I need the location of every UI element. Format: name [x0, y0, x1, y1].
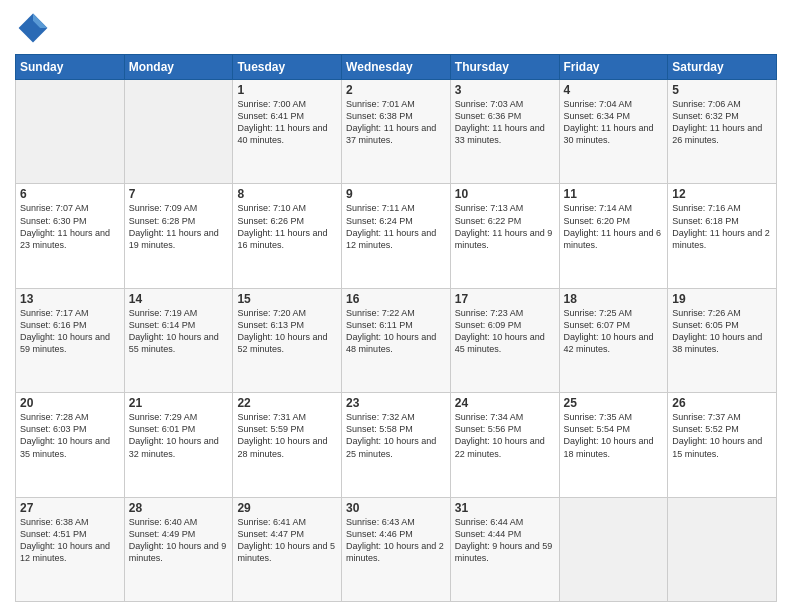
day-of-week-header: Monday — [124, 55, 233, 80]
cell-content: Sunrise: 7:23 AMSunset: 6:09 PMDaylight:… — [455, 307, 555, 356]
day-of-week-header: Tuesday — [233, 55, 342, 80]
cell-content: Sunrise: 7:35 AMSunset: 5:54 PMDaylight:… — [564, 411, 664, 460]
calendar-cell: 10Sunrise: 7:13 AMSunset: 6:22 PMDayligh… — [450, 184, 559, 288]
day-number: 28 — [129, 501, 229, 515]
calendar-cell: 18Sunrise: 7:25 AMSunset: 6:07 PMDayligh… — [559, 288, 668, 392]
cell-content: Sunrise: 7:00 AMSunset: 6:41 PMDaylight:… — [237, 98, 337, 147]
calendar-cell — [668, 497, 777, 601]
day-number: 13 — [20, 292, 120, 306]
day-of-week-header: Wednesday — [342, 55, 451, 80]
header — [15, 10, 777, 46]
calendar-cell: 21Sunrise: 7:29 AMSunset: 6:01 PMDayligh… — [124, 393, 233, 497]
day-number: 4 — [564, 83, 664, 97]
day-number: 10 — [455, 187, 555, 201]
cell-content: Sunrise: 7:31 AMSunset: 5:59 PMDaylight:… — [237, 411, 337, 460]
calendar-cell: 14Sunrise: 7:19 AMSunset: 6:14 PMDayligh… — [124, 288, 233, 392]
cell-content: Sunrise: 7:01 AMSunset: 6:38 PMDaylight:… — [346, 98, 446, 147]
calendar-cell: 30Sunrise: 6:43 AMSunset: 4:46 PMDayligh… — [342, 497, 451, 601]
day-number: 24 — [455, 396, 555, 410]
calendar-cell: 8Sunrise: 7:10 AMSunset: 6:26 PMDaylight… — [233, 184, 342, 288]
day-number: 22 — [237, 396, 337, 410]
cell-content: Sunrise: 7:16 AMSunset: 6:18 PMDaylight:… — [672, 202, 772, 251]
cell-content: Sunrise: 7:10 AMSunset: 6:26 PMDaylight:… — [237, 202, 337, 251]
cell-content: Sunrise: 7:04 AMSunset: 6:34 PMDaylight:… — [564, 98, 664, 147]
calendar-cell: 27Sunrise: 6:38 AMSunset: 4:51 PMDayligh… — [16, 497, 125, 601]
cell-content: Sunrise: 7:03 AMSunset: 6:36 PMDaylight:… — [455, 98, 555, 147]
cell-content: Sunrise: 7:14 AMSunset: 6:20 PMDaylight:… — [564, 202, 664, 251]
calendar-week-row: 20Sunrise: 7:28 AMSunset: 6:03 PMDayligh… — [16, 393, 777, 497]
calendar-week-row: 27Sunrise: 6:38 AMSunset: 4:51 PMDayligh… — [16, 497, 777, 601]
calendar-cell: 2Sunrise: 7:01 AMSunset: 6:38 PMDaylight… — [342, 80, 451, 184]
day-number: 14 — [129, 292, 229, 306]
calendar-cell: 31Sunrise: 6:44 AMSunset: 4:44 PMDayligh… — [450, 497, 559, 601]
day-number: 11 — [564, 187, 664, 201]
calendar-cell: 25Sunrise: 7:35 AMSunset: 5:54 PMDayligh… — [559, 393, 668, 497]
calendar-cell: 1Sunrise: 7:00 AMSunset: 6:41 PMDaylight… — [233, 80, 342, 184]
calendar-cell — [124, 80, 233, 184]
page: SundayMondayTuesdayWednesdayThursdayFrid… — [0, 0, 792, 612]
calendar-cell: 7Sunrise: 7:09 AMSunset: 6:28 PMDaylight… — [124, 184, 233, 288]
cell-content: Sunrise: 7:09 AMSunset: 6:28 PMDaylight:… — [129, 202, 229, 251]
calendar-cell — [559, 497, 668, 601]
cell-content: Sunrise: 7:26 AMSunset: 6:05 PMDaylight:… — [672, 307, 772, 356]
logo — [15, 10, 55, 46]
cell-content: Sunrise: 7:32 AMSunset: 5:58 PMDaylight:… — [346, 411, 446, 460]
day-number: 1 — [237, 83, 337, 97]
cell-content: Sunrise: 6:41 AMSunset: 4:47 PMDaylight:… — [237, 516, 337, 565]
day-number: 27 — [20, 501, 120, 515]
calendar-cell: 26Sunrise: 7:37 AMSunset: 5:52 PMDayligh… — [668, 393, 777, 497]
calendar-cell: 11Sunrise: 7:14 AMSunset: 6:20 PMDayligh… — [559, 184, 668, 288]
calendar-cell: 3Sunrise: 7:03 AMSunset: 6:36 PMDaylight… — [450, 80, 559, 184]
day-number: 8 — [237, 187, 337, 201]
calendar-cell: 9Sunrise: 7:11 AMSunset: 6:24 PMDaylight… — [342, 184, 451, 288]
calendar-cell: 24Sunrise: 7:34 AMSunset: 5:56 PMDayligh… — [450, 393, 559, 497]
cell-content: Sunrise: 7:19 AMSunset: 6:14 PMDaylight:… — [129, 307, 229, 356]
cell-content: Sunrise: 7:07 AMSunset: 6:30 PMDaylight:… — [20, 202, 120, 251]
day-number: 3 — [455, 83, 555, 97]
day-number: 2 — [346, 83, 446, 97]
calendar-cell: 20Sunrise: 7:28 AMSunset: 6:03 PMDayligh… — [16, 393, 125, 497]
calendar-cell: 12Sunrise: 7:16 AMSunset: 6:18 PMDayligh… — [668, 184, 777, 288]
day-number: 19 — [672, 292, 772, 306]
calendar-cell: 6Sunrise: 7:07 AMSunset: 6:30 PMDaylight… — [16, 184, 125, 288]
cell-content: Sunrise: 6:44 AMSunset: 4:44 PMDaylight:… — [455, 516, 555, 565]
day-of-week-header: Friday — [559, 55, 668, 80]
calendar-week-row: 6Sunrise: 7:07 AMSunset: 6:30 PMDaylight… — [16, 184, 777, 288]
cell-content: Sunrise: 7:22 AMSunset: 6:11 PMDaylight:… — [346, 307, 446, 356]
calendar-header-row: SundayMondayTuesdayWednesdayThursdayFrid… — [16, 55, 777, 80]
calendar-cell: 4Sunrise: 7:04 AMSunset: 6:34 PMDaylight… — [559, 80, 668, 184]
cell-content: Sunrise: 7:29 AMSunset: 6:01 PMDaylight:… — [129, 411, 229, 460]
day-number: 31 — [455, 501, 555, 515]
day-of-week-header: Sunday — [16, 55, 125, 80]
day-number: 5 — [672, 83, 772, 97]
calendar-cell: 28Sunrise: 6:40 AMSunset: 4:49 PMDayligh… — [124, 497, 233, 601]
day-number: 18 — [564, 292, 664, 306]
calendar-week-row: 13Sunrise: 7:17 AMSunset: 6:16 PMDayligh… — [16, 288, 777, 392]
cell-content: Sunrise: 7:13 AMSunset: 6:22 PMDaylight:… — [455, 202, 555, 251]
cell-content: Sunrise: 7:28 AMSunset: 6:03 PMDaylight:… — [20, 411, 120, 460]
calendar-cell: 16Sunrise: 7:22 AMSunset: 6:11 PMDayligh… — [342, 288, 451, 392]
cell-content: Sunrise: 7:25 AMSunset: 6:07 PMDaylight:… — [564, 307, 664, 356]
calendar-cell: 29Sunrise: 6:41 AMSunset: 4:47 PMDayligh… — [233, 497, 342, 601]
day-number: 12 — [672, 187, 772, 201]
day-number: 30 — [346, 501, 446, 515]
calendar-cell: 5Sunrise: 7:06 AMSunset: 6:32 PMDaylight… — [668, 80, 777, 184]
day-number: 17 — [455, 292, 555, 306]
calendar-cell: 17Sunrise: 7:23 AMSunset: 6:09 PMDayligh… — [450, 288, 559, 392]
cell-content: Sunrise: 7:06 AMSunset: 6:32 PMDaylight:… — [672, 98, 772, 147]
cell-content: Sunrise: 7:11 AMSunset: 6:24 PMDaylight:… — [346, 202, 446, 251]
cell-content: Sunrise: 7:34 AMSunset: 5:56 PMDaylight:… — [455, 411, 555, 460]
cell-content: Sunrise: 7:17 AMSunset: 6:16 PMDaylight:… — [20, 307, 120, 356]
cell-content: Sunrise: 6:43 AMSunset: 4:46 PMDaylight:… — [346, 516, 446, 565]
day-of-week-header: Thursday — [450, 55, 559, 80]
calendar-cell: 13Sunrise: 7:17 AMSunset: 6:16 PMDayligh… — [16, 288, 125, 392]
logo-icon — [15, 10, 51, 46]
day-number: 9 — [346, 187, 446, 201]
calendar-table: SundayMondayTuesdayWednesdayThursdayFrid… — [15, 54, 777, 602]
cell-content: Sunrise: 7:37 AMSunset: 5:52 PMDaylight:… — [672, 411, 772, 460]
day-number: 16 — [346, 292, 446, 306]
calendar-cell: 23Sunrise: 7:32 AMSunset: 5:58 PMDayligh… — [342, 393, 451, 497]
day-number: 7 — [129, 187, 229, 201]
day-number: 6 — [20, 187, 120, 201]
day-number: 26 — [672, 396, 772, 410]
